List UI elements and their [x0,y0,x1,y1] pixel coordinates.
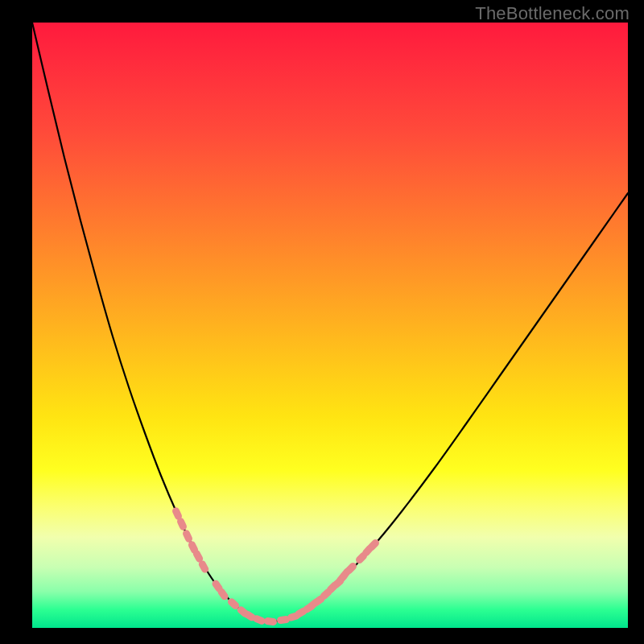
highlight-dots [171,506,381,626]
plot-area [32,23,628,628]
watermark-text: TheBottleneck.com [475,3,630,24]
chart-svg [32,23,628,628]
chart-frame: TheBottleneck.com [0,0,644,644]
bottleneck-curve [32,23,628,621]
highlight-dot [263,617,277,625]
